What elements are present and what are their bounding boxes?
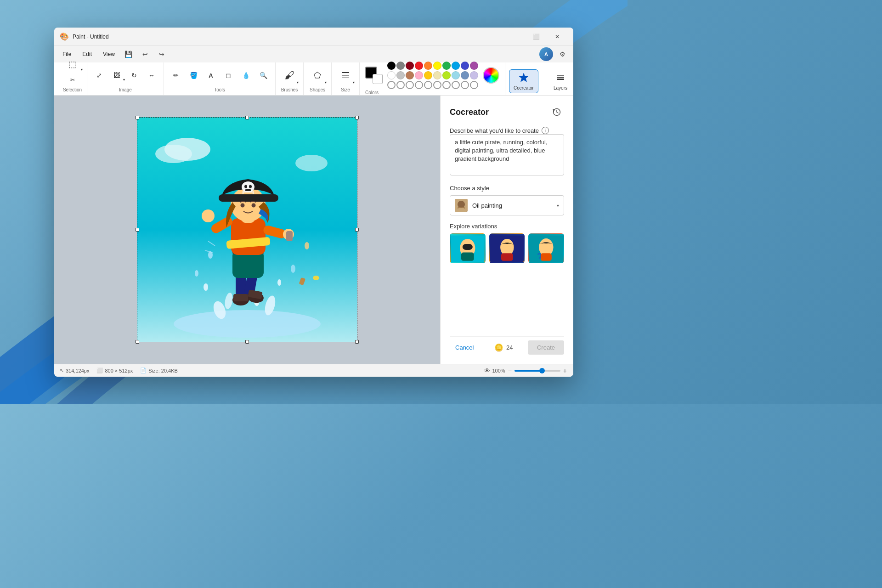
- color-lightgray[interactable]: [396, 71, 405, 79]
- menu-view[interactable]: View: [98, 49, 119, 59]
- cancel-btn[interactable]: Cancel: [450, 340, 479, 355]
- prompt-textarea[interactable]: a little cute pirate, running, colorful,…: [450, 134, 564, 175]
- color-empty-4[interactable]: [415, 81, 423, 89]
- zoom-slider[interactable]: [514, 370, 560, 372]
- cursor-icon: ↖: [60, 368, 64, 373]
- color-blue[interactable]: [461, 62, 469, 70]
- shapes-btn[interactable]: ⬠▾: [307, 65, 328, 85]
- variation-2[interactable]: [489, 233, 525, 263]
- svg-point-48: [305, 242, 309, 249]
- color-cream[interactable]: [433, 71, 441, 79]
- main-window: 🎨 Paint - Untitled — ⬜ ✕ File Edit View …: [54, 28, 573, 377]
- shapes-label: Shapes: [310, 87, 325, 93]
- color-lightblue[interactable]: [452, 71, 460, 79]
- cocreator-btn[interactable]: Cocreator: [509, 69, 538, 93]
- color-lime[interactable]: [442, 71, 451, 79]
- colorpicker-btn[interactable]: 💧: [237, 69, 254, 82]
- zoom-in-btn[interactable]: +: [562, 366, 568, 375]
- color-white[interactable]: [387, 71, 396, 79]
- pencil-btn[interactable]: ✏: [168, 69, 184, 82]
- color-cyan[interactable]: [452, 62, 460, 70]
- color-empty-9[interactable]: [461, 81, 469, 89]
- user-avatar[interactable]: A: [539, 47, 553, 61]
- eraser-btn[interactable]: ◻: [220, 69, 237, 82]
- color-empty-3[interactable]: [406, 81, 414, 89]
- color-orange[interactable]: [424, 62, 432, 70]
- svg-rect-41: [245, 189, 251, 191]
- panel-actions: Cancel 🪙 24 Create: [450, 336, 564, 355]
- describe-section: Describe what you'd like to create i a l…: [450, 127, 564, 177]
- color-red[interactable]: [415, 62, 423, 70]
- shape-tools: ⬠▾: [307, 64, 328, 86]
- color-empty-8[interactable]: [452, 81, 460, 89]
- color-darkred[interactable]: [406, 62, 414, 70]
- settings-button[interactable]: ⚙: [555, 48, 570, 61]
- maximize-button[interactable]: ⬜: [526, 29, 547, 44]
- color-empty-6[interactable]: [433, 81, 441, 89]
- color-pink[interactable]: [415, 71, 423, 79]
- history-btn[interactable]: [549, 105, 564, 119]
- style-dropdown[interactable]: Oil painting ▾: [450, 195, 564, 215]
- svg-point-31: [202, 209, 215, 222]
- selection-label: Selection: [63, 87, 82, 93]
- canvas-image[interactable]: [137, 117, 357, 342]
- size-label: Size: [341, 87, 350, 93]
- zoom-tool-btn[interactable]: 🔍: [255, 69, 271, 82]
- svg-point-10: [174, 310, 321, 338]
- panel-title: Cocreator: [450, 107, 489, 117]
- svg-point-9: [295, 155, 328, 171]
- redo-button[interactable]: ↪: [154, 48, 169, 61]
- color-empty-10[interactable]: [470, 81, 478, 89]
- color-purple[interactable]: [470, 62, 478, 70]
- svg-rect-28: [231, 218, 266, 255]
- cocreator-icon: [518, 72, 529, 85]
- close-button[interactable]: ✕: [547, 29, 568, 44]
- resize-btn[interactable]: ⤢: [91, 69, 107, 82]
- bg-color-swatch[interactable]: [373, 74, 383, 84]
- canvas-workspace[interactable]: [54, 96, 440, 364]
- crop-btn[interactable]: 🖼▾: [108, 69, 125, 82]
- erase-selection-btn[interactable]: ✂: [64, 74, 81, 86]
- color-empty-2[interactable]: [396, 81, 405, 89]
- fill-btn[interactable]: 🪣: [185, 69, 202, 82]
- cursor-pos: 314,124px: [66, 368, 89, 373]
- size-tools: ▾: [335, 64, 356, 86]
- save-button[interactable]: 💾: [121, 48, 136, 61]
- cocreator-label: Cocreator: [514, 85, 534, 90]
- color-wheel-btn[interactable]: [483, 67, 499, 84]
- brushes-btn[interactable]: 🖌▾: [279, 65, 300, 85]
- color-green[interactable]: [442, 62, 451, 70]
- canvas-container: [137, 117, 357, 342]
- color-empty-7[interactable]: [442, 81, 451, 89]
- layers-btn[interactable]: Layers: [546, 69, 573, 93]
- undo-button[interactable]: ↩: [138, 48, 153, 61]
- chevron-down-icon: ▾: [557, 203, 559, 208]
- tools-group: ✏ 🪣 A ◻ 💧 🔍 Tools: [164, 62, 276, 95]
- color-black[interactable]: [387, 62, 396, 70]
- color-lavender[interactable]: [470, 71, 478, 79]
- color-brown[interactable]: [406, 71, 414, 79]
- zoom-out-btn[interactable]: −: [507, 366, 513, 375]
- color-empty-1[interactable]: [387, 81, 396, 89]
- info-icon[interactable]: i: [542, 127, 549, 134]
- flip-btn[interactable]: ↔: [143, 69, 160, 82]
- selection-tools: ⬚▾ ✂: [62, 56, 84, 86]
- describe-label: Describe what you'd like to create i: [450, 127, 564, 134]
- shapes-group: ⬠▾ Shapes: [304, 62, 332, 95]
- text-btn[interactable]: A: [203, 69, 219, 82]
- size-btn[interactable]: ▾: [335, 65, 356, 85]
- color-empty-5[interactable]: [424, 81, 432, 89]
- color-gold[interactable]: [424, 71, 432, 79]
- rotate-btn[interactable]: ↻: [126, 69, 142, 82]
- variation-3[interactable]: [528, 233, 564, 263]
- svg-point-18: [291, 265, 295, 273]
- variation-1[interactable]: [450, 233, 486, 263]
- color-yellow[interactable]: [433, 62, 441, 70]
- minimize-button[interactable]: —: [504, 29, 526, 44]
- tools-label: Tools: [214, 87, 225, 93]
- selection-tool-btn[interactable]: ⬚▾: [62, 56, 84, 73]
- create-btn[interactable]: Create: [528, 340, 564, 355]
- color-gray[interactable]: [396, 62, 405, 70]
- svg-point-40: [249, 185, 252, 188]
- color-steelblue[interactable]: [461, 71, 469, 79]
